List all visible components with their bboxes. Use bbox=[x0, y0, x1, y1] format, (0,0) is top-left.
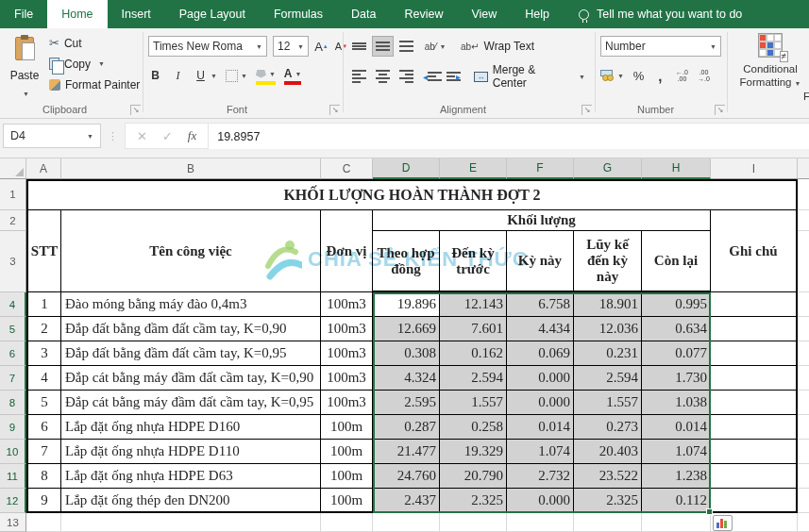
cell-G9[interactable]: 0.273 bbox=[574, 415, 642, 440]
row-header-12[interactable]: 12 bbox=[0, 489, 26, 513]
cell-E5[interactable]: 7.601 bbox=[440, 317, 507, 341]
cell-A11[interactable]: 8 bbox=[26, 464, 61, 489]
align-left-button[interactable] bbox=[348, 66, 370, 87]
font-size-combo[interactable]: 12 ▼ bbox=[273, 36, 309, 57]
cell-D13[interactable] bbox=[373, 513, 440, 532]
cell-I10[interactable] bbox=[711, 440, 798, 464]
underline-button[interactable]: U bbox=[194, 66, 208, 85]
cell-G4[interactable]: 18.901 bbox=[574, 292, 642, 317]
cell-A10[interactable]: 7 bbox=[26, 440, 61, 464]
cell-B5[interactable]: Đắp đất bằng đầm đất cầm tay, K=0,90 bbox=[61, 317, 321, 341]
cell-E10[interactable]: 19.329 bbox=[440, 440, 507, 464]
cell-I4[interactable] bbox=[711, 292, 798, 317]
cell-H10[interactable]: 1.074 bbox=[642, 440, 711, 464]
cell-C9[interactable]: 100m bbox=[321, 415, 373, 440]
cell-A5[interactable]: 2 bbox=[26, 317, 61, 341]
cell-partial-column[interactable] bbox=[798, 415, 809, 440]
formula-input[interactable]: 19.8957 bbox=[209, 123, 809, 149]
cell-A6[interactable]: 3 bbox=[26, 341, 61, 366]
cell-H5[interactable]: 0.634 bbox=[642, 317, 711, 341]
cell-A13[interactable] bbox=[26, 513, 61, 532]
cell-I9[interactable] bbox=[711, 415, 798, 440]
row-header-10[interactable]: 10 bbox=[0, 440, 26, 464]
cell-C6[interactable]: 100m3 bbox=[321, 341, 373, 366]
row-header-8[interactable]: 8 bbox=[0, 391, 26, 415]
cell-D7[interactable]: 4.324 bbox=[373, 366, 440, 391]
middle-align-button[interactable] bbox=[372, 36, 394, 57]
increase-font-size-button[interactable]: A▲ bbox=[314, 37, 329, 56]
cell-partial-column[interactable] bbox=[798, 489, 809, 513]
cell-F4[interactable]: 6.758 bbox=[507, 292, 574, 317]
decrease-decimal-button[interactable]: .00 →.0 bbox=[697, 66, 711, 85]
column-header-partial[interactable] bbox=[798, 158, 809, 179]
cell-H13[interactable] bbox=[642, 513, 711, 532]
cell-E13[interactable] bbox=[440, 513, 507, 532]
name-box[interactable]: D4 ▼ bbox=[3, 124, 101, 148]
cell-D6[interactable]: 0.308 bbox=[373, 341, 440, 366]
cell-A12[interactable]: 9 bbox=[26, 489, 61, 513]
cell-D11[interactable]: 24.760 bbox=[373, 464, 440, 489]
cell-C5[interactable]: 100m3 bbox=[321, 317, 373, 341]
enter-button[interactable]: ✓ bbox=[162, 129, 173, 143]
cell-F8[interactable]: 0.000 bbox=[507, 391, 574, 415]
cell-C13[interactable] bbox=[321, 513, 373, 532]
cell-I6[interactable] bbox=[711, 341, 798, 366]
cell-F12[interactable]: 0.000 bbox=[507, 489, 574, 513]
cell-E11[interactable]: 20.790 bbox=[440, 464, 507, 489]
cell-D10[interactable]: 21.477 bbox=[373, 440, 440, 464]
cell-I5[interactable] bbox=[711, 317, 798, 341]
cell-G6[interactable]: 0.231 bbox=[574, 341, 642, 366]
row-header-11[interactable]: 11 bbox=[0, 464, 26, 489]
column-header-H[interactable]: H bbox=[642, 158, 711, 179]
cell-E8[interactable]: 1.557 bbox=[440, 391, 507, 415]
cell-D4[interactable]: 19.896 bbox=[373, 292, 440, 317]
tab-help[interactable]: Help bbox=[511, 0, 564, 28]
cell-G12[interactable]: 2.325 bbox=[574, 489, 642, 513]
cell-B6[interactable]: Đắp đất bằng đầm đất cầm tay, K=0,95 bbox=[61, 341, 321, 366]
tab-data[interactable]: Data bbox=[337, 0, 390, 28]
cell-E9[interactable]: 0.258 bbox=[440, 415, 507, 440]
cell-table-title[interactable]: KHỐI LƯỢNG HOÀN THÀNH ĐỢT 2 bbox=[26, 179, 798, 210]
cell-partial-column[interactable] bbox=[798, 317, 809, 341]
percent-style-button[interactable]: % bbox=[632, 66, 646, 85]
bold-button[interactable]: B bbox=[148, 66, 162, 85]
fill-color-button[interactable]: ▼ bbox=[256, 66, 276, 85]
cell-H11[interactable]: 1.238 bbox=[642, 464, 711, 489]
cell-B4[interactable]: Đào móng bằng máy đào 0,4m3 bbox=[61, 292, 321, 317]
paste-button[interactable]: Paste ▼ bbox=[5, 33, 44, 101]
cell-G7[interactable]: 2.594 bbox=[574, 366, 642, 391]
cell-A9[interactable]: 6 bbox=[26, 415, 61, 440]
cell-B8[interactable]: Đắp cát bằng máy đầm đất cầm tay, K=0,95 bbox=[61, 391, 321, 415]
cell-partial-column[interactable] bbox=[798, 231, 809, 292]
cell-H9[interactable]: 0.014 bbox=[642, 415, 711, 440]
conditional-formatting-button[interactable]: ≠ Conditional Formatting▼ bbox=[733, 33, 807, 90]
fill-handle[interactable] bbox=[706, 508, 713, 515]
increase-decimal-button[interactable]: ←.0 .00 bbox=[675, 66, 689, 85]
tab-review[interactable]: Review bbox=[390, 0, 457, 28]
cell-C7[interactable]: 100m3 bbox=[321, 366, 373, 391]
align-right-button[interactable] bbox=[396, 66, 417, 87]
align-center-button[interactable] bbox=[372, 66, 394, 87]
cell-G10[interactable]: 20.403 bbox=[574, 440, 642, 464]
cell-I7[interactable] bbox=[711, 366, 798, 391]
cell-F5[interactable]: 4.434 bbox=[507, 317, 574, 341]
bottom-align-button[interactable] bbox=[396, 36, 417, 57]
cell-G13[interactable] bbox=[574, 513, 642, 532]
cell-C11[interactable]: 100m bbox=[321, 464, 373, 489]
cell-C4[interactable]: 100m3 bbox=[321, 292, 373, 317]
cut-button[interactable]: ✂ Cut bbox=[47, 34, 142, 52]
cell-partial-column[interactable] bbox=[798, 210, 809, 231]
cell-G11[interactable]: 23.522 bbox=[574, 464, 642, 489]
cell-H12[interactable]: 0.112 bbox=[642, 489, 711, 513]
row-header-5[interactable]: 5 bbox=[0, 317, 26, 341]
tab-view[interactable]: View bbox=[457, 0, 511, 28]
row-header-2[interactable]: 2 bbox=[0, 210, 26, 231]
cell-B9[interactable]: Lắp đặt ống nhựa HDPE D160 bbox=[61, 415, 321, 440]
column-header-A[interactable]: A bbox=[26, 158, 61, 179]
font-name-combo[interactable]: Times New Roma ▼ bbox=[148, 36, 267, 57]
quick-analysis-button[interactable] bbox=[713, 515, 733, 531]
clipboard-dialog-launcher[interactable]: ↘ bbox=[130, 105, 141, 115]
cell-partial-column[interactable] bbox=[798, 292, 809, 317]
cell-B10[interactable]: Lắp đặt ống nhựa HDPE D110 bbox=[61, 440, 321, 464]
decrease-indent-button[interactable]: ◂ bbox=[419, 66, 441, 87]
